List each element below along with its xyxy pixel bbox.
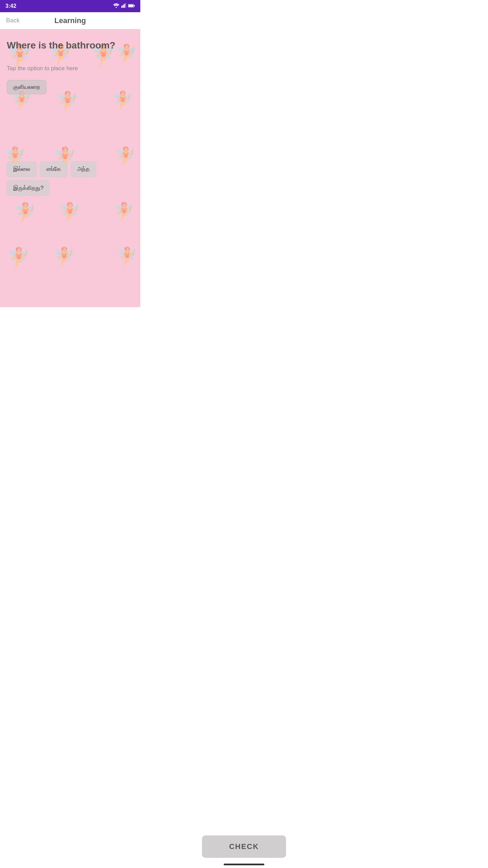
- placed-word-chip-1[interactable]: குளியலறை: [7, 80, 46, 94]
- svg-rect-7: [134, 5, 135, 6]
- placed-words-area: குளியலறை: [7, 80, 134, 100]
- svg-rect-2: [123, 5, 124, 8]
- bg-figure-15: 🧚: [53, 246, 75, 267]
- signal-icon: [121, 3, 126, 9]
- word-option-3[interactable]: அந்த: [71, 161, 96, 177]
- status-bar: 3:42: [0, 0, 140, 12]
- back-button[interactable]: Back: [6, 17, 20, 24]
- word-options: இல்லை எங்கே அந்த இருக்கிறது?: [7, 161, 134, 196]
- status-time: 3:42: [5, 3, 16, 9]
- question-text: Where is the bathroom?: [7, 39, 134, 52]
- bg-figure-16: 🧚: [117, 246, 138, 266]
- bg-figure-13: 🧚: [114, 201, 135, 221]
- svg-rect-6: [128, 5, 133, 7]
- word-option-4[interactable]: இருக்கிறது?: [7, 180, 50, 196]
- nav-bar: Back Learning: [0, 12, 140, 29]
- svg-point-0: [116, 7, 117, 8]
- bg-figure-11: 🧚: [14, 201, 37, 223]
- status-icons: [113, 3, 135, 9]
- word-option-1[interactable]: இல்லை: [7, 161, 37, 177]
- bg-figure-12: 🧚: [59, 201, 81, 222]
- svg-rect-4: [125, 3, 126, 8]
- bg-figure-14: 🧚: [7, 246, 30, 268]
- content-layer: Where is the bathroom? Tap the option to…: [7, 39, 134, 196]
- tap-instruction: Tap the option to place here: [7, 65, 134, 72]
- battery-icon: [128, 3, 135, 9]
- svg-rect-1: [121, 6, 122, 8]
- main-content: 🧚 🧚 🧚 🧚 🧚 🧚 🧚 🧚 🧚 🧚 🧚 🧚 🧚 🧚 🧚 🧚 Where is…: [0, 29, 140, 307]
- page-title: Learning: [55, 16, 86, 25]
- wifi-icon: [113, 3, 119, 9]
- word-option-2[interactable]: எங்கே: [40, 161, 67, 177]
- svg-rect-3: [124, 4, 125, 8]
